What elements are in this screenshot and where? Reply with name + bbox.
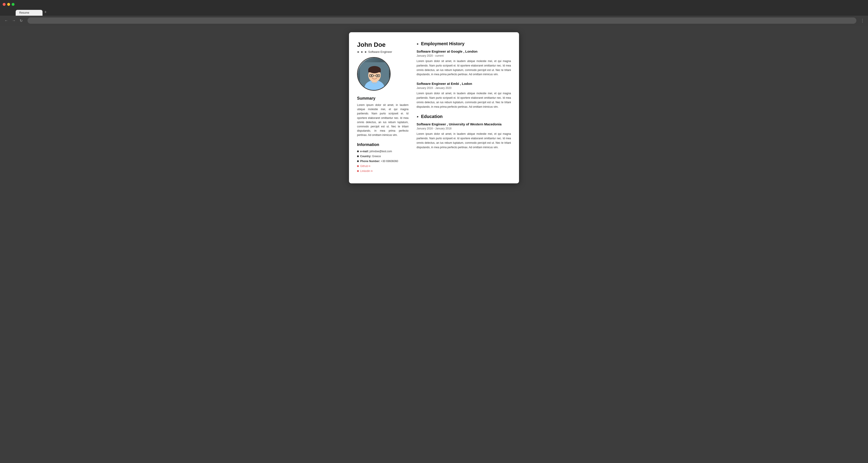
info-email: e-mail: johndoe@test.com [360,150,392,153]
information-list: e-mail: johndoe@test.com Country: Greece… [357,150,408,173]
svg-rect-5 [368,69,381,72]
resume-card: John Doe ► ► ► Software Engineer [349,32,519,183]
minimize-button[interactable] [7,3,10,6]
external-link-icon: ⧉ [369,165,370,168]
browser-tab[interactable]: Resume [16,10,42,16]
bullet-icon [357,155,359,157]
traffic-lights [3,3,14,6]
avatar-wrapper [357,57,391,91]
browser-titlebar [0,0,868,8]
list-item: Linkedin ⧉ [357,170,408,173]
profile-title: Software Engineer [368,50,392,54]
linkedin-label: Linkedin [360,170,370,173]
job-date-1: January 2020 - current [416,54,511,57]
left-column: John Doe ► ► ► Software Engineer [357,41,408,174]
edu-desc-1: Lorem ipsum dolor sit amet, in laudem ub… [416,132,511,150]
tab-bar: Resume + [0,8,868,16]
play-icon-edu: ► [416,115,419,118]
employment-section-header: ► Employment History [416,41,511,46]
profile-name: John Doe [357,41,408,48]
play-icon: ► [416,42,419,46]
list-item: e-mail: johndoe@test.com [357,150,408,153]
education-item-1: Software Engineer , University of Wester… [416,122,511,150]
external-link-icon: ⧉ [371,170,372,172]
address-bar[interactable] [28,18,856,24]
edu-title-1: Software Engineer , University of Wester… [416,122,511,126]
close-button[interactable] [3,3,6,6]
svg-point-11 [371,75,372,76]
bullet-icon-red [357,170,359,172]
phone-label: Phone Number: [360,160,381,163]
country-label: Country: [360,155,372,158]
job-title-2: Software Engineer at Embi , Lodon [416,82,511,86]
country-value: Greece [372,155,381,158]
summary-heading: Summary [357,96,408,101]
summary-text: Lorem ipsum dolor sit amet, in laudem ub… [357,103,408,138]
email-label: e-mail: [360,150,370,153]
job-title-1: Software Engineer at Google , London [416,50,511,53]
information-heading: Information [357,142,408,147]
job-desc-1: Lorem ipsum dolor sit amet, in laudem ub… [416,59,511,77]
phone-value: +30 69606060 [381,160,398,163]
github-label: Github [360,165,368,168]
bullet-icon [357,150,359,152]
list-item: Country: Greece [357,155,408,158]
svg-rect-13 [373,84,376,90]
bullet-icon [357,160,359,162]
linkedin-link[interactable]: Linkedin ⧉ [360,170,372,173]
list-item: Github ⧉ [357,165,408,168]
back-button[interactable]: ← [4,18,9,24]
bullet-icon-red [357,165,359,167]
title-arrows: ► ► ► [357,50,367,54]
info-phone: Phone Number: +30 69606060 [360,160,398,163]
avatar-illustration [360,62,389,91]
forward-button[interactable]: → [11,18,17,24]
browser-nav: ← → ↻ ⋮ [0,16,868,26]
employment-heading: Employment History [421,41,464,46]
page-content: John Doe ► ► ► Software Engineer [0,26,868,463]
job-item-1: Software Engineer at Google , London Jan… [416,50,511,77]
svg-point-12 [377,75,378,76]
github-link[interactable]: Github ⧉ [360,165,370,168]
email-value: johndoe@test.com [370,150,392,153]
tab-label: Resume [19,11,29,14]
refresh-button[interactable]: ↻ [19,18,24,24]
browser-menu-button[interactable]: ⋮ [860,18,864,23]
avatar [358,58,391,91]
education-heading: Education [421,114,443,119]
new-tab-button[interactable]: + [42,10,49,15]
info-country: Country: Greece [360,155,381,158]
education-section-header: ► Education [416,114,511,119]
job-desc-2: Lorem ipsum dolor sit amet, in laudem ub… [416,91,511,109]
list-item: Phone Number: +30 69606060 [357,160,408,163]
maximize-button[interactable] [12,3,14,6]
job-date-2: January 2019 - January 2020 [416,86,511,90]
profile-title-row: ► ► ► Software Engineer [357,50,408,54]
edu-date-1: January 2016 - January 2018 [416,127,511,130]
right-column: ► Employment History Software Engineer a… [416,41,511,174]
job-item-2: Software Engineer at Embi , Lodon Januar… [416,82,511,109]
